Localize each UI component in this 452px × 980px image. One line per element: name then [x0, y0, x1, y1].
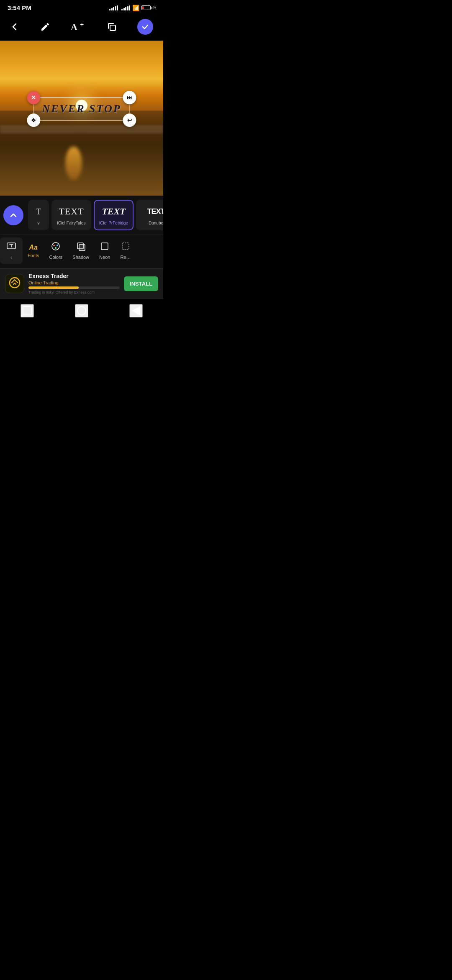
- svg-rect-10: [101, 243, 108, 250]
- shadow-icon-svg: [76, 242, 85, 251]
- text-box-container[interactable]: ✕ ⏭ ❖ ↩ NEVER STOP: [33, 97, 130, 121]
- font-strip[interactable]: T v TEXT iCiel FairyTales TEXT iCiel PrF…: [0, 196, 163, 235]
- palette-icon: [51, 242, 60, 251]
- font-name-fairytales: iCiel FairyTales: [57, 221, 86, 225]
- colors-icon: [51, 242, 60, 253]
- wave-lines: [0, 125, 163, 134]
- bar7: [123, 8, 125, 10]
- check-circle: [137, 19, 153, 35]
- tool-re[interactable]: Re…: [115, 238, 136, 263]
- text-tool-arrow: ‹: [10, 255, 12, 260]
- svg-rect-2: [110, 25, 116, 31]
- install-button[interactable]: INSTALL: [124, 276, 158, 291]
- ad-logo: [5, 274, 24, 293]
- bottom-tools: ‹ Aa Fonts Colors Shadow: [0, 235, 163, 268]
- bar5: [117, 5, 118, 10]
- svg-text:A: A: [71, 22, 77, 32]
- signal-bars-1: [109, 5, 118, 10]
- text-tool-icon: [6, 241, 16, 253]
- neon-icon: [100, 242, 109, 253]
- nav-back-button[interactable]: [129, 304, 143, 317]
- flip-handle[interactable]: ⏭: [123, 91, 136, 104]
- confirm-button[interactable]: [136, 17, 155, 36]
- svg-rect-9: [79, 245, 85, 250]
- font-item-fairytales[interactable]: TEXT iCiel FairyTales: [51, 200, 91, 230]
- copy-button[interactable]: [105, 20, 118, 34]
- tool-colors[interactable]: Colors: [44, 238, 68, 263]
- shadow-label: Shadow: [72, 255, 89, 260]
- edit-icon: [40, 22, 50, 32]
- top-toolbar: A +: [0, 14, 163, 41]
- svg-point-5: [53, 245, 55, 246]
- tool-shadow[interactable]: Shadow: [67, 238, 94, 263]
- font-preview-danube: TEXT: [147, 205, 163, 218]
- battery-charge: 9: [153, 5, 156, 10]
- status-bar: 3:54 PM 📶 9: [0, 0, 163, 14]
- font-item-danube[interactable]: TEXT Danube: [136, 200, 163, 230]
- canvas-text[interactable]: NEVER STOP: [42, 103, 121, 115]
- font-name-prf: iCiel PrFetridge: [99, 221, 128, 225]
- ad-content: Exness Trader Online Trading Trading is …: [28, 273, 120, 294]
- svg-rect-11: [122, 243, 129, 250]
- colors-label: Colors: [49, 255, 63, 260]
- back-arrow-icon: [132, 306, 140, 315]
- ad-progress-bar: [28, 286, 120, 289]
- wifi-icon: 📶: [132, 5, 139, 11]
- up-arrow-icon: [10, 211, 17, 219]
- rotate-handle[interactable]: ↩: [123, 113, 136, 127]
- exness-logo: [8, 276, 21, 289]
- collapse-button[interactable]: [3, 205, 23, 225]
- neon-icon-svg: [100, 242, 109, 251]
- text-icon: [6, 241, 16, 251]
- back-button[interactable]: [8, 21, 21, 33]
- fonts-label: Fonts: [28, 253, 39, 258]
- ad-logo-icon: [8, 276, 21, 291]
- re-icon: [121, 242, 130, 253]
- tool-fonts[interactable]: Aa Fonts: [23, 240, 44, 261]
- sun-reflection: [65, 147, 82, 180]
- copy-icon: [107, 22, 117, 32]
- bar2: [111, 8, 113, 10]
- font-item-prf[interactable]: TEXT iCiel PrFetridge: [94, 200, 134, 230]
- add-text-button[interactable]: A +: [69, 19, 87, 34]
- ad-subtitle: Online Trading: [28, 280, 120, 285]
- layer-icon: ❖: [31, 117, 36, 124]
- rotate-icon: ↩: [127, 117, 132, 124]
- shadow-icon: [76, 242, 85, 253]
- svg-point-7: [55, 247, 56, 249]
- bar9: [127, 6, 128, 10]
- add-text-icon: A +: [71, 21, 86, 33]
- re-label: Re…: [120, 255, 131, 260]
- delete-icon: ✕: [31, 94, 36, 101]
- signal-bars-2: [121, 5, 130, 10]
- tool-neon[interactable]: Neon: [94, 238, 115, 263]
- neon-label: Neon: [99, 255, 110, 260]
- battery-icon: 9: [141, 5, 156, 10]
- font-name-danube: Danube: [149, 221, 163, 225]
- nav-home-button[interactable]: [75, 304, 88, 317]
- font-preview-fairytales: TEXT: [59, 205, 84, 218]
- font-item-prev[interactable]: T v: [28, 200, 49, 230]
- font-name-prev: v: [38, 221, 40, 225]
- ad-banner: Exness Trader Online Trading Trading is …: [0, 268, 163, 299]
- status-time: 3:54 PM: [8, 4, 31, 11]
- bar1: [109, 9, 110, 10]
- font-preview-prev: T: [36, 205, 41, 218]
- text-box[interactable]: ✕ ⏭ ❖ ↩ NEVER STOP: [33, 97, 130, 121]
- canvas-area[interactable]: ✕ ⏭ ❖ ↩ NEVER STOP: [0, 41, 163, 196]
- circle-icon: [77, 306, 86, 315]
- delete-handle[interactable]: ✕: [27, 91, 40, 104]
- font-preview-prf: TEXT: [102, 205, 125, 218]
- battery-fill: [142, 6, 144, 9]
- bar6: [121, 9, 123, 10]
- layer-handle[interactable]: ❖: [27, 113, 40, 127]
- nav-square-button[interactable]: [21, 304, 34, 317]
- text-tool-button[interactable]: ‹: [0, 237, 23, 264]
- check-icon: [141, 23, 149, 31]
- square-icon: [23, 306, 32, 315]
- edit-button[interactable]: [39, 20, 52, 34]
- fonts-icon: Aa: [29, 244, 38, 251]
- ad-progress-fill: [28, 286, 79, 289]
- water-overlay: [0, 111, 163, 196]
- bottom-nav: [0, 299, 163, 326]
